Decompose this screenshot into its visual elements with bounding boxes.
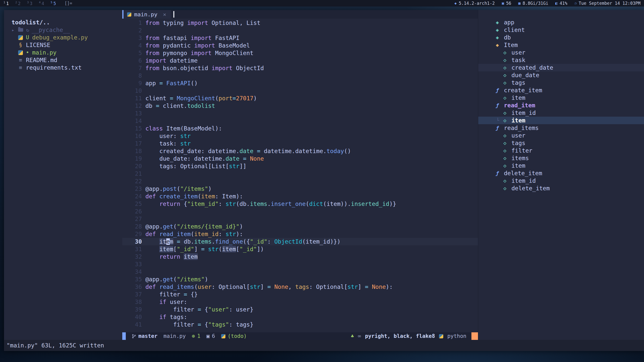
code-line-4[interactable]: 4from pydantic import BaseModel bbox=[122, 42, 478, 49]
tree-item-README.md[interactable]: ≡README.md bbox=[4, 56, 122, 64]
code-line-3[interactable]: 3from fastapi import FastAPI bbox=[122, 34, 478, 42]
workspace-3[interactable]: 33 bbox=[27, 1, 32, 6]
code-line-41[interactable]: 41 filter = {"tags": tags} bbox=[122, 321, 478, 328]
code-line-36[interactable]: 36def read_items(user: Optional[str] = N… bbox=[122, 283, 478, 291]
workspace-4[interactable]: 44 bbox=[39, 1, 44, 6]
workspace-2[interactable]: 22 bbox=[15, 1, 21, 6]
tree-item-main.py[interactable]: •main.py bbox=[4, 49, 122, 56]
code-line-32[interactable]: 32 return item bbox=[122, 253, 478, 260]
code-line-14[interactable]: 14 bbox=[122, 117, 478, 125]
tag-item[interactable]: ◇item bbox=[478, 94, 644, 102]
tree-item-LICENSE[interactable]: §LICENSE bbox=[4, 41, 122, 49]
code-line-8[interactable]: 8 bbox=[122, 72, 478, 79]
tag-read_item[interactable]: ƒread_item bbox=[478, 102, 644, 109]
tag-task[interactable]: ◇task bbox=[478, 56, 644, 64]
code-line-28[interactable]: 28@app.get("/items/{item_id}") bbox=[122, 223, 478, 230]
tree-item-requirements.txt[interactable]: ≡requirements.txt bbox=[4, 64, 122, 71]
code-line-35[interactable]: 35@app.get("/items") bbox=[122, 276, 478, 283]
code-line-21[interactable]: 21 bbox=[122, 170, 478, 177]
workspace-5[interactable]: 55 bbox=[51, 1, 56, 6]
code-line-1[interactable]: 1from typing import Optional, List bbox=[122, 19, 478, 27]
code-line-2[interactable]: 2 bbox=[122, 27, 478, 34]
code-line-23[interactable]: 23@app.post("/items") bbox=[122, 185, 478, 193]
clock-text: Tue September 14 12:03PM bbox=[579, 1, 640, 6]
tag-Item[interactable]: ◆Item bbox=[478, 41, 644, 49]
tab-main-py[interactable]: main.py × bbox=[124, 10, 171, 19]
file-name: __pycache__ bbox=[32, 27, 70, 33]
tag-item_id[interactable]: ◇item_id bbox=[478, 177, 644, 185]
tag-create_item[interactable]: ƒcreate_item bbox=[478, 86, 644, 94]
code-line-17[interactable]: 17 task: str bbox=[122, 140, 478, 147]
code-line-5[interactable]: 5from pymongo import MongoClient bbox=[122, 49, 478, 57]
code-line-11[interactable]: 11client = MongoClient(port=27017) bbox=[122, 95, 478, 102]
line-number: 16 bbox=[122, 132, 142, 140]
tag-filter[interactable]: ◇filter bbox=[478, 147, 644, 154]
tag-name: item bbox=[511, 117, 525, 124]
tree-guide: └ bbox=[496, 118, 499, 123]
tag-created_date[interactable]: ◇created_date bbox=[478, 64, 644, 71]
kernel-icon: ◆ bbox=[454, 1, 457, 6]
code-line-7[interactable]: 7from bson.objectid import ObjectId bbox=[122, 64, 478, 72]
code-line-24[interactable]: 24def create_item(item: Item): bbox=[122, 193, 478, 200]
code-line-40[interactable]: 40 if tags: bbox=[122, 313, 478, 321]
tree-items: ▸↻__pycache__Udebug_example.py§LICENSE•m… bbox=[4, 26, 122, 71]
code-line-18[interactable]: 18 created_date: datetime.date = datetim… bbox=[122, 147, 478, 155]
tag-item[interactable]: ◇item bbox=[478, 162, 644, 169]
code-line-22[interactable]: 22 bbox=[122, 177, 478, 185]
tag-db[interactable]: ◈db bbox=[478, 34, 644, 41]
tag-item[interactable]: └◇item bbox=[478, 117, 644, 124]
cls-icon: ◆ bbox=[496, 42, 504, 48]
workspace-1[interactable]: 11 bbox=[4, 1, 9, 6]
code-text: import datetime bbox=[142, 57, 198, 64]
code-line-37[interactable]: 37 filter = {} bbox=[122, 291, 478, 298]
code-line-10[interactable]: 10 bbox=[122, 87, 478, 95]
code-line-13[interactable]: 13 bbox=[122, 110, 478, 117]
tag-user[interactable]: ◇user bbox=[478, 49, 644, 56]
tag-delete_item[interactable]: ƒdelete_item bbox=[478, 169, 644, 177]
tag-read_items[interactable]: ƒread_items bbox=[478, 124, 644, 132]
line-number: 39 bbox=[122, 306, 142, 313]
code-line-34[interactable]: 34 bbox=[122, 268, 478, 276]
tag-delete_item[interactable]: ◇delete_item bbox=[478, 185, 644, 192]
tag-tags[interactable]: ◇tags bbox=[478, 79, 644, 86]
code-text: user: str bbox=[142, 132, 191, 140]
code-line-9[interactable]: 9app = FastAPI() bbox=[122, 79, 478, 87]
code-line-30[interactable]: 30 item = db.items.find_one({"_id": Obje… bbox=[122, 238, 478, 245]
code-text bbox=[142, 268, 145, 276]
tree-item-debug_example.py[interactable]: Udebug_example.py bbox=[4, 34, 122, 41]
code-line-26[interactable]: 26 bbox=[122, 208, 478, 215]
usage-icon: ◧ bbox=[555, 1, 558, 6]
code-line-33[interactable]: 33 bbox=[122, 260, 478, 268]
tag-app[interactable]: ◈app bbox=[478, 19, 644, 26]
tab-close-icon[interactable]: × bbox=[163, 11, 166, 18]
tree-item-__pycache__[interactable]: ▸↻__pycache__ bbox=[4, 26, 122, 34]
code-line-16[interactable]: 16 user: str bbox=[122, 132, 478, 140]
tag-items[interactable]: ◇items bbox=[478, 154, 644, 162]
line-number: 5 bbox=[122, 49, 142, 57]
code-line-39[interactable]: 39 filter = {"user": user} bbox=[122, 306, 478, 313]
bar-left: 1122334455 []= bbox=[4, 1, 72, 6]
code-line-12[interactable]: 12db = client.todolist bbox=[122, 102, 478, 110]
code-line-38[interactable]: 38 if user: bbox=[122, 298, 478, 306]
line-number: 29 bbox=[122, 230, 142, 238]
tag-item_id[interactable]: ◇item_id bbox=[478, 109, 644, 117]
code-line-6[interactable]: 6import datetime bbox=[122, 57, 478, 64]
tree-root[interactable]: todolist/.. bbox=[4, 19, 122, 26]
tabline-cursor bbox=[173, 11, 174, 18]
code-line-15[interactable]: 15class Item(BaseModel): bbox=[122, 125, 478, 132]
line-number: 31 bbox=[122, 245, 142, 253]
code-line-25[interactable]: 25 return {"item_id": str(db.items.inser… bbox=[122, 200, 478, 208]
tag-user[interactable]: ◇user bbox=[478, 132, 644, 139]
line-number: 33 bbox=[122, 260, 142, 268]
tag-tags[interactable]: ◇tags bbox=[478, 139, 644, 147]
code-text: filter = {"tags": tags} bbox=[142, 321, 253, 328]
line-number: 32 bbox=[122, 253, 142, 260]
tag-due_date[interactable]: ◇due_date bbox=[478, 71, 644, 79]
code-line-27[interactable]: 27 bbox=[122, 215, 478, 223]
code-line-19[interactable]: 19 due_date: datetime.date = None bbox=[122, 155, 478, 162]
code-line-29[interactable]: 29def read_item(item_id: str): bbox=[122, 230, 478, 238]
tag-client[interactable]: ◈client bbox=[478, 26, 644, 34]
fn-icon: ƒ bbox=[496, 87, 504, 93]
code-line-31[interactable]: 31 item["_id"] = str(item["_id"]) bbox=[122, 245, 478, 253]
code-line-20[interactable]: 20 tags: Optional[List[str]] bbox=[122, 162, 478, 170]
